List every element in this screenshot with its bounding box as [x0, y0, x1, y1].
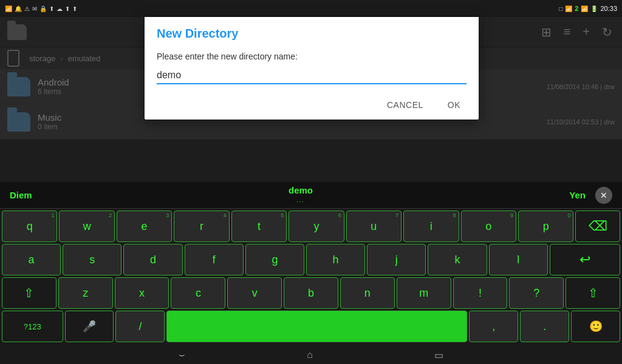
keyboard-row-3: ⇧ z x c v b n m ! ? ⇧	[2, 277, 620, 309]
key-e[interactable]: e3	[117, 211, 172, 242]
cancel-button[interactable]: Cancel	[375, 95, 436, 115]
dialog-actions: Cancel Ok	[145, 90, 479, 120]
key-k[interactable]: k	[428, 244, 487, 275]
ok-button[interactable]: Ok	[436, 95, 473, 115]
suggestion-diem[interactable]: Diem	[10, 190, 32, 200]
key-u[interactable]: u7	[346, 211, 402, 242]
key-j[interactable]: j	[367, 244, 426, 275]
keyboard-row-4: ?123 🎤 / , . 🙂	[2, 311, 620, 342]
clock: 20:33	[600, 5, 617, 12]
back-btn[interactable]: ⌣	[179, 349, 185, 360]
key-period[interactable]: .	[520, 311, 569, 342]
directory-name-input[interactable]	[157, 67, 466, 84]
keyboard-row-1: q1 w2 e3 r4 t5 y6 u7 i8 o9 p0 ⌫	[2, 211, 620, 242]
keyboard-suggestions: Diem demo ··· Yen ✕	[0, 182, 622, 209]
key-question[interactable]: ?	[509, 277, 564, 309]
status-icons-left: 📶 🔔 ⚠ ✉ 🔒 ⬆ ☁ ⬆ ⬆	[5, 5, 77, 12]
key-g[interactable]: g	[245, 244, 304, 275]
key-r[interactable]: r4	[174, 211, 229, 242]
key-y[interactable]: y6	[289, 211, 344, 242]
key-s[interactable]: s	[63, 244, 121, 275]
new-directory-dialog: New Directory Please enter the new direc…	[145, 17, 479, 120]
sim-badge: 2	[575, 5, 578, 12]
key-a[interactable]: a	[2, 244, 61, 275]
key-c[interactable]: c	[171, 277, 225, 309]
keyboard-row-2: a s d f g h j k l ↩	[2, 244, 620, 275]
key-n[interactable]: n	[340, 277, 395, 309]
key-slash[interactable]: /	[115, 311, 165, 342]
key-shift-right[interactable]: ⇧	[566, 277, 620, 309]
recents-btn[interactable]: ▭	[434, 349, 443, 361]
key-o[interactable]: o9	[461, 211, 516, 242]
key-m[interactable]: m	[397, 277, 451, 309]
key-p[interactable]: p0	[518, 211, 573, 242]
key-i[interactable]: i8	[403, 211, 459, 242]
key-exclaim[interactable]: !	[453, 277, 508, 309]
suggestion-yen[interactable]: Yen	[569, 190, 586, 200]
key-space[interactable]	[166, 311, 467, 342]
key-w[interactable]: w2	[59, 211, 114, 242]
key-emoji[interactable]: 🙂	[571, 311, 620, 342]
key-num-toggle[interactable]: ?123	[2, 311, 63, 342]
key-mic[interactable]: 🎤	[65, 311, 114, 342]
key-f[interactable]: f	[185, 244, 244, 275]
key-comma[interactable]: ,	[469, 311, 518, 342]
keyboard-area: Diem demo ··· Yen ✕ q1 w2 e3 r4 t5 y6 u7…	[0, 182, 622, 346]
status-icons-right: □ 📶 2 📶 🔋 20:33	[559, 5, 617, 12]
nav-bar: ⌣ ⌂ ▭	[0, 346, 622, 364]
dialog-prompt: Please enter the new directory name:	[157, 52, 466, 61]
key-b[interactable]: b	[284, 277, 338, 309]
key-enter[interactable]: ↩	[550, 244, 620, 275]
dialog-body: Please enter the new directory name:	[145, 46, 479, 90]
key-x[interactable]: x	[115, 277, 169, 309]
status-bar: 📶 🔔 ⚠ ✉ 🔒 ⬆ ☁ ⬆ ⬆ □ 📶 2 📶 🔋 20:33	[0, 0, 622, 17]
keyboard-close-btn[interactable]: ✕	[595, 187, 612, 204]
key-v[interactable]: v	[227, 277, 282, 309]
key-q[interactable]: q1	[2, 211, 57, 242]
key-h[interactable]: h	[306, 244, 365, 275]
key-t[interactable]: t5	[231, 211, 287, 242]
key-backspace[interactable]: ⌫	[575, 211, 620, 242]
keyboard-rows: q1 w2 e3 r4 t5 y6 u7 i8 o9 p0 ⌫ a s d f …	[0, 209, 622, 346]
key-d[interactable]: d	[123, 244, 182, 275]
dialog-title: New Directory	[145, 17, 479, 46]
home-btn[interactable]: ⌂	[307, 349, 313, 360]
suggestion-demo[interactable]: demo ···	[289, 185, 313, 206]
key-l[interactable]: l	[489, 244, 548, 275]
key-shift-left[interactable]: ⇧	[2, 277, 56, 309]
key-z[interactable]: z	[58, 277, 113, 309]
